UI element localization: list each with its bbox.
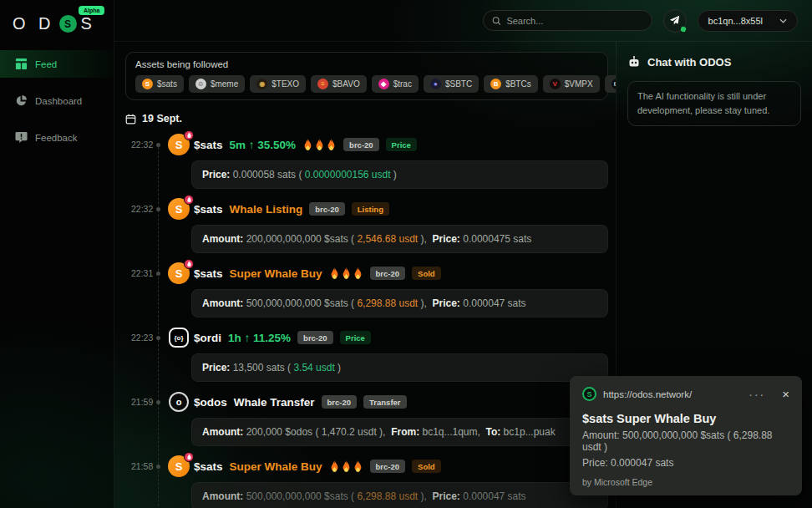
telegram-button[interactable] <box>663 9 687 33</box>
badge-brc-20: brc-20 <box>297 331 333 344</box>
asset-chip-label: $BTCs <box>505 79 531 89</box>
detail-box: Amount: 200,000 $odos ( 1,470.2 usdt ), … <box>191 418 608 446</box>
asset-chip[interactable]: ●$SBTC <box>424 75 479 93</box>
btcs-token-icon: B <box>490 79 501 89</box>
feed-item-token: S <box>168 455 190 477</box>
search-icon <box>492 16 501 26</box>
asset-chip-label: $trac <box>393 79 412 89</box>
notification-close-button[interactable]: × <box>782 388 789 400</box>
odos-site-icon: S <box>582 387 596 401</box>
event-status: Super Whale Buy <box>230 267 322 280</box>
token-name: $sats <box>194 267 223 280</box>
feed-item[interactable]: 22:32S$sats5m ↑ 35.50%brc-20PricePrice: … <box>114 135 616 189</box>
timeline-dot <box>156 207 160 211</box>
feed-item[interactable]: 21:59o$odosWhale Transferbrc-20TransferA… <box>114 392 616 446</box>
event-status: Super Whale Buy <box>230 460 322 473</box>
notification-title: $sats Super Whale Buy <box>582 412 789 425</box>
sats-token-icon: S <box>168 198 190 220</box>
badge-brc-20: brc-20 <box>370 267 406 280</box>
feed-item-time: 22:31 <box>131 268 153 278</box>
flame-icons <box>302 139 337 150</box>
alpha-badge: Alpha <box>79 6 104 15</box>
sidebar-item-feedback[interactable]: Feedback <box>0 124 114 151</box>
feed-item[interactable]: 21:58S$satsSuper Whale Buybrc-20SoldAmou… <box>114 456 616 508</box>
feed-grid-icon <box>15 58 28 70</box>
feed-item-time: 21:59 <box>131 397 153 407</box>
asset-chip[interactable]: B$BTCs <box>484 75 538 93</box>
badge-brc-20: brc-20 <box>343 138 379 151</box>
feed-item-time: 22:32 <box>131 204 153 214</box>
asset-chip[interactable]: ☺$meme <box>189 75 245 93</box>
timeline-dot <box>156 336 160 340</box>
token-name: $ordi <box>194 332 221 344</box>
feed-date-label: 19 Sept. <box>142 113 182 124</box>
wallet-button[interactable]: bc1qn...8x55l <box>698 10 798 32</box>
flame-icons <box>329 267 363 279</box>
feed-timeline: 22:32S$sats5m ↑ 35.50%brc-20PricePrice: … <box>114 135 616 508</box>
fire-badge-icon <box>184 195 194 205</box>
search-box[interactable] <box>483 10 652 31</box>
asset-chip-label: $TEXO <box>272 79 299 89</box>
sidebar-item-feed[interactable]: Feed <box>0 50 114 78</box>
badge-listing: Listing <box>352 202 389 216</box>
logo-letters-right: S <box>81 14 96 33</box>
sidebar-item-dashboard[interactable]: Dashboard <box>0 87 114 114</box>
feed-item-title: $satsWhale Listingbrc-20Listing <box>194 199 608 219</box>
event-status: 5m ↑ 35.50% <box>230 139 297 151</box>
asset-chip[interactable]: ◆$trac <box>372 75 419 93</box>
token-name: $odos <box>194 396 227 409</box>
feed-item-token: S <box>168 134 190 155</box>
meme-token-icon: ☺ <box>195 79 206 89</box>
flame-icons <box>329 460 363 472</box>
fire-badge-icon <box>184 452 194 462</box>
feed-item-title: $satsSuper Whale Buybrc-20Sold <box>194 456 608 476</box>
search-input[interactable] <box>506 16 642 26</box>
notification-source: by Microsoft Edge <box>582 477 789 487</box>
timeline-dot <box>156 143 160 147</box>
feedback-icon <box>15 131 28 144</box>
wallet-address: bc1qn...8x55l <box>708 16 763 26</box>
event-status: Whale Listing <box>230 203 303 216</box>
asset-chip-row: S$sats☺$meme◉$TEXO≡$BAVO◆$trac●$SBTCB$BT… <box>135 75 598 93</box>
sats-token-icon: S <box>142 79 153 89</box>
sidebar-item-label: Feedback <box>35 133 78 143</box>
detail-box: Price: 13,500 sats ( 3.54 usdt ) <box>191 353 608 382</box>
timeline-dot <box>156 272 160 276</box>
sidebar-item-label: Dashboard <box>35 96 82 106</box>
timeline-dot <box>156 465 160 469</box>
notification-menu-button[interactable]: ··· <box>749 388 765 401</box>
chevron-down-icon <box>779 18 787 23</box>
edge-notification[interactable]: S https://odos.network/ ··· × $sats Supe… <box>570 376 802 495</box>
sats-token-icon: S <box>168 134 190 155</box>
sidebar: O D S S Alpha Feed Dashboard Feedback <box>0 0 114 508</box>
feed-item[interactable]: 22:23{o}$ordi1h ↑ 11.25%brc-20PricePrice… <box>114 328 616 382</box>
asset-chip[interactable]: S$sats <box>135 75 184 93</box>
badge-price: Price <box>340 331 371 344</box>
feed-item[interactable]: 22:31S$satsSuper Whale Buybrc-20SoldAmou… <box>114 263 616 318</box>
sidebar-nav: Feed Dashboard Feedback <box>0 50 114 151</box>
sbtc-token-icon: ● <box>430 79 441 89</box>
topbar: bc1qn...8x55l <box>114 0 812 42</box>
notification-header: S https://odos.network/ ··· × <box>582 387 789 401</box>
feed-item-title: $sats5m ↑ 35.50%brc-20Price <box>194 135 608 155</box>
feed-column: Assets being followed S$sats☺$meme◉$TEXO… <box>114 42 617 508</box>
ordi-token-icon: {o} <box>169 328 189 348</box>
assets-label: Assets being followed <box>135 59 598 69</box>
token-name: $sats <box>194 460 223 473</box>
chat-title: Chat with ODOS <box>647 56 731 69</box>
feed-item-time: 21:58 <box>131 461 153 471</box>
asset-chip[interactable]: {o}$ordi <box>605 75 617 93</box>
feed-item-token: S <box>168 198 190 220</box>
detail-box: Amount: 200,000,000,000 $sats ( 2,546.68… <box>191 225 608 253</box>
badge-brc-20: brc-20 <box>370 460 406 473</box>
feed-item[interactable]: 22:32S$satsWhale Listingbrc-20ListingAmo… <box>114 199 616 253</box>
notification-url: https://odos.network/ <box>603 389 742 399</box>
timeline-dot <box>156 400 160 404</box>
fire-badge-icon <box>184 130 194 140</box>
texo-token-icon: ◉ <box>256 79 267 89</box>
asset-chip[interactable]: V$VMPX <box>543 75 600 93</box>
feed-item-token: S <box>168 262 190 284</box>
asset-chip[interactable]: ≡$BAVO <box>311 75 367 93</box>
event-status: Whale Transfer <box>234 396 315 409</box>
asset-chip[interactable]: ◉$TEXO <box>250 75 306 93</box>
